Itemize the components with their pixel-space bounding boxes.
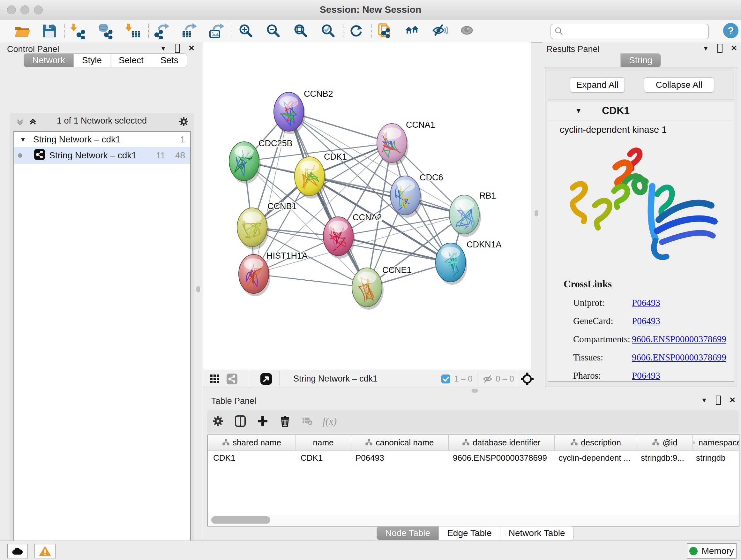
table-settings-gear-icon[interactable] <box>207 415 229 427</box>
tab-node-table[interactable]: Node Table <box>377 526 439 540</box>
collapse-panel-icon[interactable]: ▾ <box>161 44 165 52</box>
node-CCNE1[interactable] <box>352 268 384 310</box>
crosslink-link-pharos-[interactable]: P06493 <box>632 370 660 381</box>
zoom-in-button[interactable] <box>237 22 254 40</box>
column-header-shared-name[interactable]: shared name <box>208 435 296 450</box>
collapse-panel-icon[interactable]: ▾ <box>702 395 706 404</box>
node-CCNA2[interactable] <box>323 217 355 259</box>
crosslink-link-compartments-[interactable]: 9606.ENSP00000378699 <box>632 334 726 345</box>
hide-selected-button[interactable] <box>431 22 449 40</box>
float-panel-icon[interactable] <box>175 44 180 53</box>
tab-string[interactable]: String <box>620 53 661 67</box>
node-CDKN1A[interactable] <box>435 243 467 285</box>
warning-button[interactable] <box>35 544 56 558</box>
delete-column-trash-icon[interactable] <box>274 415 296 427</box>
edge-CCNA2-CDKN1A[interactable] <box>338 236 451 262</box>
zoom-fit-button[interactable] <box>292 22 309 40</box>
share-document-button[interactable] <box>377 22 394 40</box>
cell-canonical-name[interactable]: P06493 <box>350 450 448 465</box>
import-network-database-button[interactable] <box>97 22 114 40</box>
node-CCNB2[interactable] <box>274 92 306 134</box>
close-panel-icon[interactable]: ✕ <box>188 44 195 52</box>
refresh-button[interactable] <box>348 22 365 40</box>
edge-count: 48 <box>175 150 185 161</box>
crosslink-link-genecard-[interactable]: P06493 <box>632 316 660 326</box>
cell-namespace[interactable]: stringdb <box>691 450 739 465</box>
search-input[interactable] <box>566 25 708 38</box>
help-button[interactable]: ? <box>723 23 738 38</box>
memory-button[interactable]: Memory <box>687 543 737 559</box>
table-horizontal-scrollbar[interactable] <box>208 514 739 526</box>
node-RB1[interactable] <box>449 195 481 237</box>
tab-select[interactable]: Select <box>111 53 152 67</box>
collapse-panel-icon[interactable]: ▾ <box>704 44 708 52</box>
column-header--id[interactable]: @id <box>637 435 693 450</box>
collapse-all-button[interactable]: Collapse All <box>644 77 714 92</box>
fit-selected-crosshair-icon[interactable] <box>521 372 534 387</box>
collection-expand-icon[interactable]: ▼ <box>20 136 26 143</box>
birdseye-view-icon[interactable] <box>260 373 272 386</box>
zoom-selected-button[interactable] <box>319 22 336 40</box>
tab-network[interactable]: Network <box>23 53 74 67</box>
node-label-CDK1: CDK1 <box>324 152 347 162</box>
search-field[interactable] <box>550 23 709 39</box>
zoom-out-button[interactable] <box>264 22 281 40</box>
show-columns-icon[interactable] <box>229 415 252 427</box>
expand-all-button[interactable]: Expand All <box>570 77 625 92</box>
cell-description[interactable]: cyclin-dependent ... <box>553 450 636 465</box>
node-CDK1[interactable] <box>294 157 326 199</box>
column-header-name[interactable]: name <box>296 435 351 450</box>
export-network-button[interactable] <box>153 22 171 40</box>
cell-shared-name[interactable]: CDK1 <box>208 450 295 465</box>
column-header-canonical-name[interactable]: canonical name <box>351 435 449 450</box>
node-table: shared namenamecanonical namedatabase id… <box>207 435 739 526</box>
close-panel-icon[interactable]: ✕ <box>731 44 737 52</box>
node-CDC6[interactable] <box>390 176 422 218</box>
column-header-namespace[interactable]: namespace <box>693 435 739 450</box>
show-all-button[interactable] <box>459 22 476 40</box>
grid-view-icon[interactable] <box>210 374 220 385</box>
tab-network-table[interactable]: Network Table <box>500 526 574 540</box>
table-row[interactable]: CDK1CDK1P064939606.ENSP00000378699cyclin… <box>208 450 739 465</box>
crosslink-link-uniprot-[interactable]: P06493 <box>632 298 660 308</box>
network-style-icon[interactable] <box>226 373 238 386</box>
column-header-description[interactable]: description <box>555 435 637 450</box>
node-CCNB1[interactable] <box>237 208 269 250</box>
first-neighbors-button[interactable] <box>404 22 421 40</box>
import-table-file-button[interactable] <box>125 22 142 40</box>
tab-sets[interactable]: Sets <box>152 53 187 67</box>
save-session-button[interactable] <box>41 22 58 40</box>
crosslink-link-tissues-[interactable]: 9606.ENSP00000378699 <box>632 352 726 363</box>
export-image-button[interactable] <box>208 22 225 40</box>
network-options-gear-icon[interactable] <box>179 117 189 129</box>
import-network-file-button[interactable] <box>70 22 87 40</box>
node-CCNA1[interactable] <box>377 124 408 165</box>
tab-style[interactable]: Style <box>74 53 111 67</box>
protein-collapse-icon[interactable]: ▼ <box>575 107 582 115</box>
float-panel-icon[interactable] <box>718 44 723 53</box>
open-session-button[interactable] <box>13 22 30 40</box>
cell-name[interactable]: CDK1 <box>295 450 350 465</box>
network-row[interactable]: String Network – cdk1 11 48 <box>14 147 190 164</box>
cell--id[interactable]: stringdb:9... <box>636 450 691 465</box>
hidden-eye-icon <box>482 374 493 385</box>
scrollbar-thumb[interactable] <box>211 516 270 523</box>
left-splitter-handle[interactable] <box>196 286 200 293</box>
bottom-splitter-handle[interactable] <box>472 389 478 393</box>
add-column-icon[interactable] <box>252 416 274 427</box>
network-collection-row[interactable]: ▼ String Network – cdk1 1 <box>14 132 190 147</box>
cloud-button[interactable] <box>7 544 28 558</box>
close-panel-icon[interactable]: ✕ <box>729 395 736 404</box>
right-splitter-handle[interactable] <box>535 210 538 216</box>
network-view[interactable]: CCNB2CCNA1CDC25BCDK1CDC6RB1CCNB1CCNA2CDK… <box>203 43 531 370</box>
node-HIST1H1A[interactable] <box>239 254 270 296</box>
float-panel-icon[interactable] <box>716 395 721 405</box>
status-bar: Memory <box>0 541 741 560</box>
column-header-database-identifier[interactable]: database identifier <box>449 435 555 450</box>
export-table-button[interactable] <box>181 22 198 40</box>
tab-edge-table[interactable]: Edge Table <box>439 526 500 540</box>
cell-database-identifier[interactable]: 9606.ENSP00000378699 <box>448 450 553 465</box>
import-table-file-icon <box>125 23 141 39</box>
edge-HIST1H1A-CCNE1[interactable] <box>254 274 367 287</box>
protein-card-header[interactable]: ▼ CDK1 <box>548 102 734 120</box>
